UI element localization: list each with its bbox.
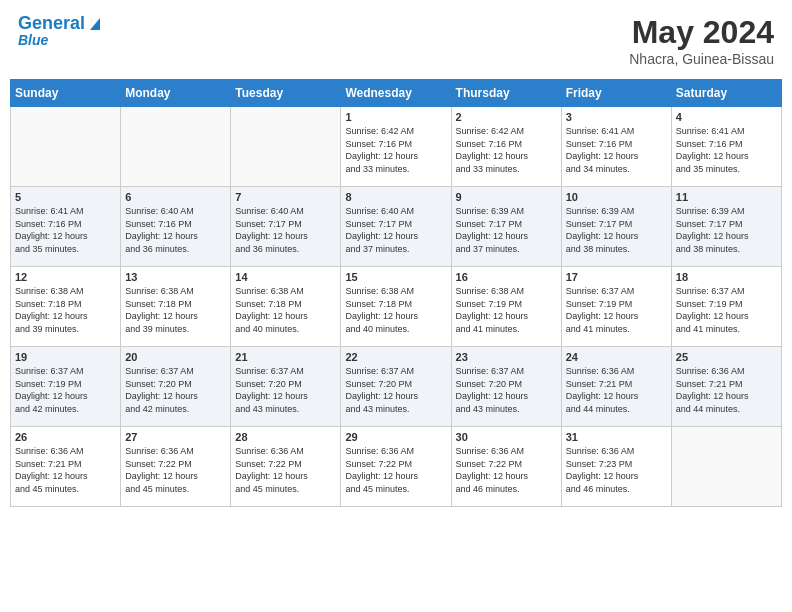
calendar-cell: 30Sunrise: 6:36 AM Sunset: 7:22 PM Dayli… — [451, 427, 561, 507]
day-info: Sunrise: 6:38 AM Sunset: 7:18 PM Dayligh… — [345, 285, 446, 335]
calendar-cell: 25Sunrise: 6:36 AM Sunset: 7:21 PM Dayli… — [671, 347, 781, 427]
week-row-3: 12Sunrise: 6:38 AM Sunset: 7:18 PM Dayli… — [11, 267, 782, 347]
day-info: Sunrise: 6:38 AM Sunset: 7:18 PM Dayligh… — [235, 285, 336, 335]
day-number: 27 — [125, 431, 226, 443]
day-info: Sunrise: 6:41 AM Sunset: 7:16 PM Dayligh… — [566, 125, 667, 175]
day-header-wednesday: Wednesday — [341, 80, 451, 107]
week-row-4: 19Sunrise: 6:37 AM Sunset: 7:19 PM Dayli… — [11, 347, 782, 427]
month-title: May 2024 — [629, 14, 774, 51]
calendar-cell — [671, 427, 781, 507]
day-info: Sunrise: 6:36 AM Sunset: 7:22 PM Dayligh… — [456, 445, 557, 495]
calendar-cell: 20Sunrise: 6:37 AM Sunset: 7:20 PM Dayli… — [121, 347, 231, 427]
day-number: 3 — [566, 111, 667, 123]
day-number: 25 — [676, 351, 777, 363]
week-row-1: 1Sunrise: 6:42 AM Sunset: 7:16 PM Daylig… — [11, 107, 782, 187]
day-info: Sunrise: 6:36 AM Sunset: 7:22 PM Dayligh… — [125, 445, 226, 495]
day-info: Sunrise: 6:37 AM Sunset: 7:20 PM Dayligh… — [125, 365, 226, 415]
day-info: Sunrise: 6:36 AM Sunset: 7:21 PM Dayligh… — [676, 365, 777, 415]
calendar-cell — [121, 107, 231, 187]
day-number: 9 — [456, 191, 557, 203]
calendar-cell: 22Sunrise: 6:37 AM Sunset: 7:20 PM Dayli… — [341, 347, 451, 427]
svg-marker-0 — [90, 18, 100, 30]
calendar-cell: 6Sunrise: 6:40 AM Sunset: 7:16 PM Daylig… — [121, 187, 231, 267]
day-number: 17 — [566, 271, 667, 283]
calendar-cell: 12Sunrise: 6:38 AM Sunset: 7:18 PM Dayli… — [11, 267, 121, 347]
day-number: 12 — [15, 271, 116, 283]
day-number: 20 — [125, 351, 226, 363]
day-info: Sunrise: 6:36 AM Sunset: 7:21 PM Dayligh… — [566, 365, 667, 415]
day-number: 8 — [345, 191, 446, 203]
day-info: Sunrise: 6:42 AM Sunset: 7:16 PM Dayligh… — [345, 125, 446, 175]
day-number: 29 — [345, 431, 446, 443]
day-number: 11 — [676, 191, 777, 203]
calendar-cell: 2Sunrise: 6:42 AM Sunset: 7:16 PM Daylig… — [451, 107, 561, 187]
day-number: 28 — [235, 431, 336, 443]
day-info: Sunrise: 6:38 AM Sunset: 7:18 PM Dayligh… — [15, 285, 116, 335]
logo-icon — [86, 14, 104, 32]
calendar-cell: 1Sunrise: 6:42 AM Sunset: 7:16 PM Daylig… — [341, 107, 451, 187]
page-header: General Blue May 2024 Nhacra, Guinea-Bis… — [10, 10, 782, 71]
calendar-cell: 27Sunrise: 6:36 AM Sunset: 7:22 PM Dayli… — [121, 427, 231, 507]
day-number: 24 — [566, 351, 667, 363]
logo-blue-text: Blue — [18, 32, 48, 48]
day-info: Sunrise: 6:36 AM Sunset: 7:23 PM Dayligh… — [566, 445, 667, 495]
calendar-cell: 15Sunrise: 6:38 AM Sunset: 7:18 PM Dayli… — [341, 267, 451, 347]
day-info: Sunrise: 6:39 AM Sunset: 7:17 PM Dayligh… — [676, 205, 777, 255]
day-info: Sunrise: 6:38 AM Sunset: 7:18 PM Dayligh… — [125, 285, 226, 335]
day-info: Sunrise: 6:40 AM Sunset: 7:16 PM Dayligh… — [125, 205, 226, 255]
calendar-cell: 13Sunrise: 6:38 AM Sunset: 7:18 PM Dayli… — [121, 267, 231, 347]
calendar-cell: 21Sunrise: 6:37 AM Sunset: 7:20 PM Dayli… — [231, 347, 341, 427]
calendar-cell: 14Sunrise: 6:38 AM Sunset: 7:18 PM Dayli… — [231, 267, 341, 347]
day-info: Sunrise: 6:37 AM Sunset: 7:20 PM Dayligh… — [345, 365, 446, 415]
day-number: 7 — [235, 191, 336, 203]
day-header-sunday: Sunday — [11, 80, 121, 107]
day-number: 19 — [15, 351, 116, 363]
day-header-friday: Friday — [561, 80, 671, 107]
day-number: 4 — [676, 111, 777, 123]
location-text: Nhacra, Guinea-Bissau — [629, 51, 774, 67]
day-number: 13 — [125, 271, 226, 283]
week-row-2: 5Sunrise: 6:41 AM Sunset: 7:16 PM Daylig… — [11, 187, 782, 267]
calendar-cell: 10Sunrise: 6:39 AM Sunset: 7:17 PM Dayli… — [561, 187, 671, 267]
day-info: Sunrise: 6:40 AM Sunset: 7:17 PM Dayligh… — [345, 205, 446, 255]
day-header-tuesday: Tuesday — [231, 80, 341, 107]
day-info: Sunrise: 6:39 AM Sunset: 7:17 PM Dayligh… — [566, 205, 667, 255]
day-number: 5 — [15, 191, 116, 203]
day-info: Sunrise: 6:37 AM Sunset: 7:19 PM Dayligh… — [676, 285, 777, 335]
calendar-cell: 11Sunrise: 6:39 AM Sunset: 7:17 PM Dayli… — [671, 187, 781, 267]
day-number: 2 — [456, 111, 557, 123]
day-number: 23 — [456, 351, 557, 363]
calendar-cell: 23Sunrise: 6:37 AM Sunset: 7:20 PM Dayli… — [451, 347, 561, 427]
day-info: Sunrise: 6:37 AM Sunset: 7:19 PM Dayligh… — [15, 365, 116, 415]
day-number: 30 — [456, 431, 557, 443]
day-info: Sunrise: 6:41 AM Sunset: 7:16 PM Dayligh… — [15, 205, 116, 255]
calendar-cell: 18Sunrise: 6:37 AM Sunset: 7:19 PM Dayli… — [671, 267, 781, 347]
logo-text: General — [18, 14, 85, 32]
day-header-monday: Monday — [121, 80, 231, 107]
day-number: 15 — [345, 271, 446, 283]
logo: General Blue — [18, 14, 104, 48]
calendar-cell: 4Sunrise: 6:41 AM Sunset: 7:16 PM Daylig… — [671, 107, 781, 187]
calendar-cell: 28Sunrise: 6:36 AM Sunset: 7:22 PM Dayli… — [231, 427, 341, 507]
calendar-cell: 26Sunrise: 6:36 AM Sunset: 7:21 PM Dayli… — [11, 427, 121, 507]
day-number: 10 — [566, 191, 667, 203]
day-number: 16 — [456, 271, 557, 283]
day-info: Sunrise: 6:36 AM Sunset: 7:22 PM Dayligh… — [235, 445, 336, 495]
day-info: Sunrise: 6:41 AM Sunset: 7:16 PM Dayligh… — [676, 125, 777, 175]
day-info: Sunrise: 6:39 AM Sunset: 7:17 PM Dayligh… — [456, 205, 557, 255]
day-info: Sunrise: 6:36 AM Sunset: 7:21 PM Dayligh… — [15, 445, 116, 495]
calendar-cell: 9Sunrise: 6:39 AM Sunset: 7:17 PM Daylig… — [451, 187, 561, 267]
calendar-cell: 16Sunrise: 6:38 AM Sunset: 7:19 PM Dayli… — [451, 267, 561, 347]
day-number: 18 — [676, 271, 777, 283]
day-info: Sunrise: 6:37 AM Sunset: 7:20 PM Dayligh… — [235, 365, 336, 415]
day-header-thursday: Thursday — [451, 80, 561, 107]
day-number: 14 — [235, 271, 336, 283]
title-section: May 2024 Nhacra, Guinea-Bissau — [629, 14, 774, 67]
day-number: 31 — [566, 431, 667, 443]
calendar-cell: 3Sunrise: 6:41 AM Sunset: 7:16 PM Daylig… — [561, 107, 671, 187]
day-header-saturday: Saturday — [671, 80, 781, 107]
calendar-cell: 29Sunrise: 6:36 AM Sunset: 7:22 PM Dayli… — [341, 427, 451, 507]
day-number: 22 — [345, 351, 446, 363]
calendar-cell: 19Sunrise: 6:37 AM Sunset: 7:19 PM Dayli… — [11, 347, 121, 427]
calendar-cell: 24Sunrise: 6:36 AM Sunset: 7:21 PM Dayli… — [561, 347, 671, 427]
